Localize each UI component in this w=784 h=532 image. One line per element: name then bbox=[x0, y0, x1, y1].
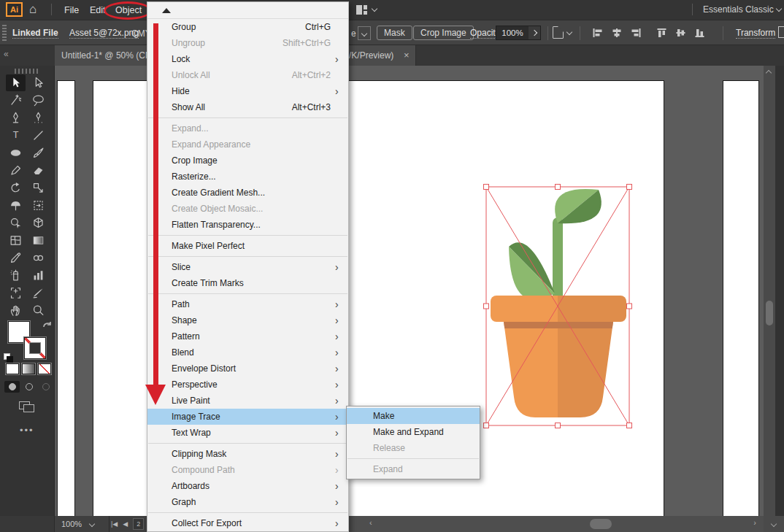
previous-artboard-icon[interactable]: ◀ bbox=[123, 520, 128, 528]
direct-selection-tool-icon[interactable] bbox=[28, 74, 48, 91]
align-bottom-icon[interactable] bbox=[693, 27, 706, 39]
magic-wand-tool-icon[interactable] bbox=[6, 92, 26, 109]
preset-dropdown[interactable] bbox=[358, 26, 371, 40]
menu-item-create-gradient-mesh[interactable]: Create Gradient Mesh... bbox=[147, 185, 348, 201]
symbol-sprayer-tool-icon[interactable] bbox=[6, 267, 26, 284]
menu-item-perspective[interactable]: Perspective› bbox=[147, 377, 348, 393]
menu-item-artboards[interactable]: Artboards› bbox=[147, 478, 348, 494]
align-right-icon[interactable] bbox=[629, 27, 642, 39]
illustrator-logo-icon[interactable]: Ai bbox=[6, 2, 23, 17]
menu-item-collect-for-export[interactable]: Collect For Export› bbox=[147, 515, 348, 531]
slice-tool-icon[interactable] bbox=[28, 285, 48, 301]
color-button[interactable] bbox=[6, 363, 19, 374]
menu-item-slice[interactable]: Slice› bbox=[147, 259, 348, 275]
blend-tool-icon[interactable] bbox=[28, 250, 48, 266]
submenu-item-make[interactable]: Make bbox=[347, 408, 480, 424]
free-transform-tool-icon[interactable] bbox=[28, 197, 48, 214]
workspace-switcher[interactable]: Essentials Classic bbox=[703, 4, 774, 15]
menu-file[interactable]: File bbox=[60, 0, 83, 20]
perspective-grid-tool-icon[interactable] bbox=[28, 215, 48, 231]
vertical-scrollbar[interactable] bbox=[764, 66, 775, 516]
gradient-button[interactable] bbox=[22, 363, 35, 374]
plant-artwork-selected[interactable] bbox=[480, 182, 633, 431]
width-tool-icon[interactable] bbox=[6, 197, 26, 214]
draw-behind-mode[interactable] bbox=[21, 381, 36, 393]
arrange-documents-chevron-icon[interactable] bbox=[372, 6, 377, 12]
arrange-icon[interactable] bbox=[778, 26, 784, 38]
edit-toolbar-icon[interactable]: ••• bbox=[20, 425, 34, 436]
eyedropper-tool-icon[interactable] bbox=[6, 250, 26, 266]
lasso-tool-icon[interactable] bbox=[28, 92, 48, 109]
menu-item-shape[interactable]: Shape› bbox=[147, 312, 348, 328]
menu-item-group[interactable]: GroupCtrl+G bbox=[147, 19, 348, 35]
menu-item-clipping-mask[interactable]: Clipping Mask› bbox=[147, 446, 348, 462]
menu-item-make-pixel-perfect[interactable]: Make Pixel Perfect bbox=[147, 238, 348, 254]
menu-item-envelope-distort[interactable]: Envelope Distort› bbox=[147, 361, 348, 377]
menu-item-hide[interactable]: Hide› bbox=[147, 83, 348, 99]
align-center-v-icon[interactable] bbox=[675, 27, 687, 39]
zoom-control[interactable]: 100% bbox=[55, 516, 109, 532]
transform-link[interactable]: Transform bbox=[736, 28, 775, 39]
scale-tool-icon[interactable] bbox=[28, 180, 48, 196]
menu-item-blend[interactable]: Blend› bbox=[147, 344, 348, 361]
zoom-level[interactable]: 100% bbox=[55, 520, 88, 528]
ellipse-tool-icon[interactable] bbox=[6, 144, 26, 161]
horizontal-scrollbar[interactable]: ‹ › bbox=[349, 516, 764, 532]
paintbrush-tool-icon[interactable] bbox=[28, 144, 48, 161]
mask-button[interactable]: Mask bbox=[377, 26, 412, 40]
zoom-tool-icon[interactable] bbox=[28, 302, 48, 319]
align-top-icon[interactable] bbox=[656, 27, 668, 39]
artboard-3[interactable] bbox=[723, 80, 759, 516]
opacity-expand-button[interactable] bbox=[529, 26, 540, 39]
artboard-tool-icon[interactable] bbox=[6, 285, 26, 301]
home-icon[interactable]: ⌂ bbox=[29, 3, 36, 16]
menu-item-path[interactable]: Path› bbox=[147, 296, 348, 312]
menu-item-text-wrap[interactable]: Text Wrap› bbox=[147, 425, 348, 441]
scroll-corner[interactable] bbox=[764, 516, 784, 532]
horizontal-scroll-thumb[interactable] bbox=[590, 519, 612, 529]
menu-item-pattern[interactable]: Pattern› bbox=[147, 328, 348, 344]
curvature-tool-icon[interactable] bbox=[28, 109, 48, 126]
collapse-panel-icon[interactable]: « bbox=[4, 49, 8, 59]
artboard-number[interactable]: 2 bbox=[133, 518, 144, 530]
none-button[interactable] bbox=[38, 363, 51, 374]
document-setup-chevron-icon[interactable] bbox=[566, 29, 572, 35]
menu-item-create-trim-marks[interactable]: Create Trim Marks bbox=[147, 275, 348, 291]
swap-fill-stroke-icon[interactable] bbox=[42, 320, 53, 331]
rotate-tool-icon[interactable] bbox=[6, 180, 26, 196]
close-tab-icon[interactable]: × bbox=[404, 50, 410, 61]
opacity-value[interactable]: 100% bbox=[496, 26, 529, 39]
crop-image-button[interactable]: Crop Image bbox=[413, 26, 474, 40]
submenu-item-make-and-expand[interactable]: Make and Expand bbox=[347, 424, 480, 440]
type-tool-icon[interactable]: T bbox=[6, 127, 26, 144]
document-setup-icon[interactable] bbox=[553, 26, 564, 39]
selection-tool-icon[interactable] bbox=[6, 74, 26, 91]
menu-item-rasterize[interactable]: Rasterize... bbox=[147, 169, 348, 185]
scroll-up-icon[interactable] bbox=[766, 70, 772, 76]
arrange-documents-icon[interactable] bbox=[356, 5, 367, 15]
align-center-h-icon[interactable] bbox=[610, 27, 623, 39]
hand-tool-icon[interactable] bbox=[6, 302, 26, 319]
menu-item-show-all[interactable]: Show AllAlt+Ctrl+3 bbox=[147, 99, 348, 115]
change-screen-mode-icon[interactable] bbox=[19, 401, 35, 413]
line-segment-tool-icon[interactable] bbox=[28, 127, 48, 144]
workspace-chevron-icon[interactable] bbox=[776, 6, 782, 12]
pencil-tool-icon[interactable] bbox=[6, 162, 26, 179]
menu-item-crop-image[interactable]: Crop Image bbox=[147, 153, 348, 169]
mesh-tool-icon[interactable] bbox=[6, 232, 26, 249]
scroll-right-icon[interactable]: › bbox=[753, 518, 756, 527]
draw-inside-mode[interactable] bbox=[38, 381, 53, 393]
shape-builder-tool-icon[interactable] bbox=[6, 215, 26, 231]
menu-item-live-paint[interactable]: Live Paint› bbox=[147, 393, 348, 409]
menu-item-graph[interactable]: Graph› bbox=[147, 494, 348, 510]
first-artboard-icon[interactable]: |◀ bbox=[111, 520, 118, 528]
pen-tool-icon[interactable] bbox=[6, 109, 26, 126]
align-left-icon[interactable] bbox=[591, 27, 604, 39]
asset-filename-link[interactable]: Asset 5@72x.png bbox=[69, 28, 139, 39]
gradient-tool-icon[interactable] bbox=[28, 232, 48, 249]
artboard-1[interactable] bbox=[57, 80, 75, 516]
menu-item-image-trace[interactable]: Image Trace› bbox=[147, 409, 348, 425]
draw-normal-mode[interactable] bbox=[4, 381, 20, 393]
vertical-scroll-thumb[interactable] bbox=[766, 301, 773, 325]
menu-item-lock[interactable]: Lock› bbox=[147, 51, 348, 67]
